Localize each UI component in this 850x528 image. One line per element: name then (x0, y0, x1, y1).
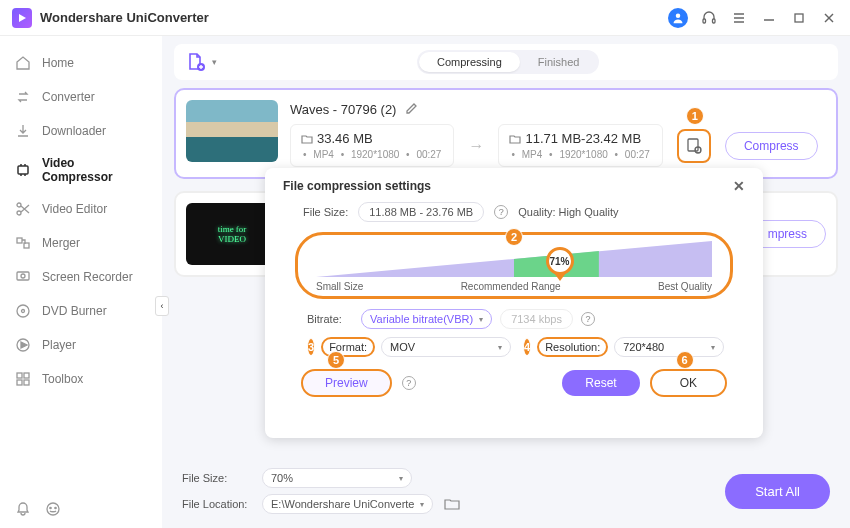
sidebar-item-label: Video Editor (42, 202, 107, 216)
slider-label-recommended: Recommended Range (461, 281, 561, 292)
open-folder-icon[interactable] (443, 495, 461, 513)
disc-icon (14, 302, 32, 320)
svg-marker-21 (21, 342, 27, 348)
video-thumbnail[interactable] (186, 100, 278, 162)
sidebar-item-dvd-burner[interactable]: DVD Burner (0, 294, 162, 328)
svg-rect-22 (17, 373, 22, 378)
maximize-button[interactable] (790, 9, 808, 27)
tabs: Compressing Finished (417, 50, 599, 74)
sidebar-item-home[interactable]: Home (0, 46, 162, 80)
sidebar-item-video-compressor[interactable]: Video Compressor (0, 148, 162, 192)
quality-label: Quality: High Quality (518, 206, 618, 218)
svg-rect-25 (24, 380, 29, 385)
bitrate-kbps-input: 7134 kbps (500, 309, 573, 329)
converter-icon (14, 88, 32, 106)
sidebar-item-label: Toolbox (42, 372, 83, 386)
user-avatar-icon[interactable] (668, 8, 688, 28)
sidebar-item-toolbox[interactable]: Toolbox (0, 362, 162, 396)
annotation-2: 2 (505, 228, 523, 246)
home-icon (14, 54, 32, 72)
format-select[interactable]: MOV▾ (381, 337, 511, 357)
bottom-bar: File Size: 70%▾ File Location: E:\Wonder… (174, 464, 838, 518)
app-title: Wondershare UniConverter (40, 10, 209, 25)
compression-settings-dialog: File compression settings ✕ File Size: 1… (265, 168, 763, 438)
sidebar-item-label: Downloader (42, 124, 106, 138)
source-duration: 00:27 (414, 149, 443, 160)
feedback-icon[interactable] (44, 500, 62, 518)
add-file-icon[interactable] (186, 51, 208, 73)
svg-rect-11 (18, 166, 28, 174)
annotation-4: 4 (523, 338, 531, 356)
compressor-icon (14, 161, 32, 179)
sidebar-item-screen-recorder[interactable]: Screen Recorder (0, 260, 162, 294)
svg-rect-16 (17, 272, 29, 280)
bitrate-label: Bitrate: (307, 313, 353, 325)
preview-button[interactable]: Preview (301, 369, 392, 397)
annotation-3: 3 (307, 338, 315, 356)
play-icon (14, 336, 32, 354)
target-duration: 00:27 (623, 149, 652, 160)
target-format: MP4 (520, 149, 545, 160)
folder-icon (509, 133, 521, 145)
svg-rect-23 (24, 373, 29, 378)
bitrate-select[interactable]: Variable bitrate(VBR)▾ (361, 309, 492, 329)
tab-finished[interactable]: Finished (520, 52, 598, 72)
svg-rect-24 (17, 380, 22, 385)
titlebar: Wondershare UniConverter (0, 0, 850, 36)
sidebar-item-merger[interactable]: Merger (0, 226, 162, 260)
ok-button[interactable]: OK (650, 369, 727, 397)
menu-icon[interactable] (730, 9, 748, 27)
start-all-button[interactable]: Start All (725, 474, 830, 509)
compress-button[interactable]: Compress (725, 132, 818, 160)
sidebar-item-downloader[interactable]: Downloader (0, 114, 162, 148)
svg-point-27 (50, 507, 51, 508)
help-icon[interactable]: ? (581, 312, 595, 326)
help-icon[interactable]: ? (494, 205, 508, 219)
notifications-icon[interactable] (14, 500, 32, 518)
support-headset-icon[interactable] (700, 9, 718, 27)
source-resolution: 1920*1080 (349, 149, 401, 160)
sidebar-item-video-editor[interactable]: Video Editor (0, 192, 162, 226)
svg-rect-3 (713, 19, 716, 23)
minimize-button[interactable] (760, 9, 778, 27)
add-file-dropdown-caret[interactable]: ▾ (212, 57, 217, 67)
close-button[interactable] (820, 9, 838, 27)
sidebar-item-label: Home (42, 56, 74, 70)
sidebar-item-label: DVD Burner (42, 304, 107, 318)
svg-point-26 (47, 503, 59, 515)
svg-rect-30 (688, 139, 698, 151)
annotation-5: 5 (327, 351, 345, 369)
file-name: Waves - 70796 (2) (290, 102, 396, 117)
svg-marker-34 (554, 273, 566, 281)
svg-rect-8 (795, 14, 803, 22)
help-icon[interactable]: ? (402, 376, 416, 390)
location-select[interactable]: E:\Wondershare UniConverte▾ (262, 494, 433, 514)
slider-knob[interactable]: 71% (546, 247, 578, 275)
compression-settings-button[interactable] (677, 129, 711, 163)
annotation-6: 6 (676, 351, 694, 369)
dialog-close-button[interactable]: ✕ (733, 178, 745, 194)
filesize-label: File Size: (303, 206, 348, 218)
app-logo (12, 8, 32, 28)
toolbar: ▾ Compressing Finished (174, 44, 838, 80)
tab-compressing[interactable]: Compressing (419, 52, 520, 72)
filesize-select[interactable]: 70%▾ (262, 468, 412, 488)
toolbox-icon (14, 370, 32, 388)
edit-name-icon[interactable] (402, 100, 420, 118)
svg-rect-14 (17, 238, 22, 243)
slider-value: 71% (550, 256, 570, 267)
recorder-icon (14, 268, 32, 286)
reset-button[interactable]: Reset (562, 370, 639, 396)
svg-point-18 (17, 305, 29, 317)
target-size: 11.71 MB-23.42 MB (525, 131, 641, 146)
file-card: Waves - 70796 (2) 33.46 MB • MP4 • 1920*… (174, 88, 838, 179)
sidebar-item-player[interactable]: Player (0, 328, 162, 362)
resolution-select[interactable]: 720*480▾ (614, 337, 724, 357)
sidebar-item-label: Merger (42, 236, 80, 250)
sidebar-item-label: Converter (42, 90, 95, 104)
slider-label-small: Small Size (316, 281, 363, 292)
slider-label-best: Best Quality (658, 281, 712, 292)
svg-point-28 (55, 507, 56, 508)
sidebar-item-converter[interactable]: Converter (0, 80, 162, 114)
svg-point-13 (17, 211, 21, 215)
